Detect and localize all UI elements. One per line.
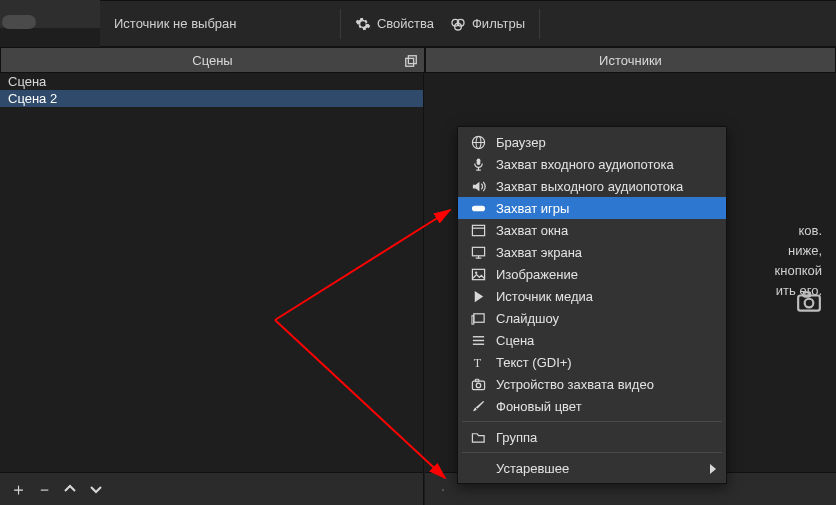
folder-icon [470, 429, 486, 445]
menu-item-group[interactable]: Группа [458, 426, 726, 448]
menu-item-audio-input[interactable]: Захват входного аудиопотока [458, 153, 726, 175]
camera-icon [470, 376, 486, 392]
undock-button[interactable] [402, 52, 420, 70]
text-icon: T [470, 354, 486, 370]
svg-rect-28 [472, 381, 484, 389]
scene-label: Сцена 2 [8, 90, 57, 107]
add-source-menu: Браузер Захват входного аудиопотока Захв… [457, 126, 727, 484]
svg-point-6 [805, 299, 814, 308]
menu-item-scene[interactable]: Сцена [458, 329, 726, 351]
svg-rect-4 [408, 56, 416, 64]
chevron-up-icon [62, 481, 78, 497]
window-icon [470, 222, 486, 238]
no-source-label: Источник не выбран [114, 16, 236, 31]
plus-icon: · [441, 481, 446, 498]
menu-label: Текст (GDI+) [496, 355, 572, 370]
filters-button[interactable]: Фильтры [442, 12, 533, 36]
menu-item-color-source[interactable]: Фоновый цвет [458, 395, 726, 417]
globe-icon [470, 134, 486, 150]
image-icon [470, 266, 486, 282]
menu-item-browser[interactable]: Браузер [458, 131, 726, 153]
menu-item-window-capture[interactable]: Захват окна [458, 219, 726, 241]
scenes-toolbar: ＋ － [0, 472, 424, 505]
plus-icon: ＋ [10, 481, 27, 498]
menu-separator [462, 421, 722, 422]
scene-row[interactable]: Сцена [0, 73, 423, 90]
menu-label: Фоновый цвет [496, 399, 582, 414]
chevron-down-icon [88, 481, 104, 497]
add-source-button[interactable]: · [431, 477, 455, 501]
svg-point-21 [474, 271, 476, 273]
menu-item-image[interactable]: Изображение [458, 263, 726, 285]
menu-label: Устаревшее [496, 461, 569, 476]
slideshow-icon [470, 310, 486, 326]
scenes-header: Сцены [0, 47, 425, 73]
menu-label: Браузер [496, 135, 546, 150]
blank-icon [470, 460, 486, 476]
menu-label: Сцена [496, 333, 534, 348]
svg-rect-23 [471, 315, 473, 323]
svg-rect-15 [472, 225, 484, 235]
filters-icon [450, 16, 466, 32]
separator [539, 9, 540, 39]
menu-item-game-capture[interactable]: Захват игры [458, 197, 726, 219]
svg-rect-30 [475, 379, 479, 381]
remove-scene-button[interactable]: － [32, 477, 56, 501]
svg-rect-11 [476, 158, 480, 165]
menu-item-slideshow[interactable]: Слайдшоу [458, 307, 726, 329]
scenes-title: Сцены [192, 53, 232, 68]
undock-icon [404, 54, 418, 68]
menu-item-text[interactable]: T Текст (GDI+) [458, 351, 726, 373]
scene-label: Сцена [8, 73, 46, 90]
menu-label: Захват выходного аудиопотока [496, 179, 683, 194]
menu-label: Захват экрана [496, 245, 582, 260]
move-up-button[interactable] [58, 477, 82, 501]
svg-rect-3 [406, 58, 414, 66]
add-scene-button[interactable]: ＋ [6, 477, 30, 501]
svg-rect-14 [471, 205, 484, 211]
menu-label: Захват входного аудиопотока [496, 157, 674, 172]
sources-title: Источники [599, 53, 662, 68]
menu-separator [462, 452, 722, 453]
svg-rect-22 [473, 313, 483, 321]
speaker-icon [470, 178, 486, 194]
menu-label: Устройство захвата видео [496, 377, 654, 392]
svg-rect-20 [472, 269, 484, 279]
monitor-icon [470, 244, 486, 260]
menu-label: Захват окна [496, 223, 568, 238]
svg-point-29 [476, 383, 481, 388]
menu-label: Захват игры [496, 201, 569, 216]
minus-icon: － [36, 481, 53, 498]
separator [340, 9, 341, 39]
play-icon [470, 288, 486, 304]
svg-rect-17 [472, 247, 484, 255]
menu-item-media-source[interactable]: Источник медиа [458, 285, 726, 307]
brush-icon [470, 398, 486, 414]
scenes-list[interactable]: Сцена Сцена 2 [0, 73, 424, 472]
menu-item-display-capture[interactable]: Захват экрана [458, 241, 726, 263]
lines-icon [470, 332, 486, 348]
menu-label: Изображение [496, 267, 578, 282]
menu-label: Группа [496, 430, 537, 445]
gear-icon [355, 16, 371, 32]
properties-button[interactable]: Свойства [347, 12, 442, 36]
gamepad-icon [470, 200, 486, 216]
properties-label: Свойства [377, 16, 434, 31]
status-buttons: Свойства Фильтры [334, 1, 546, 46]
filters-label: Фильтры [472, 16, 525, 31]
scene-row[interactable]: Сцена 2 [0, 90, 423, 107]
status-bar: Источник не выбран Свойства Фильтры [100, 0, 836, 47]
menu-label: Слайдшоу [496, 311, 559, 326]
preview-avatar [2, 15, 36, 29]
submenu-arrow-icon [710, 464, 716, 474]
camera-icon [796, 289, 822, 315]
menu-label: Источник медиа [496, 289, 593, 304]
menu-item-video-capture[interactable]: Устройство захвата видео [458, 373, 726, 395]
move-down-button[interactable] [84, 477, 108, 501]
menu-item-deprecated[interactable]: Устаревшее [458, 457, 726, 479]
mic-icon [470, 156, 486, 172]
sources-header: Источники [425, 47, 836, 73]
svg-text:T: T [473, 356, 481, 370]
menu-item-audio-output[interactable]: Захват выходного аудиопотока [458, 175, 726, 197]
